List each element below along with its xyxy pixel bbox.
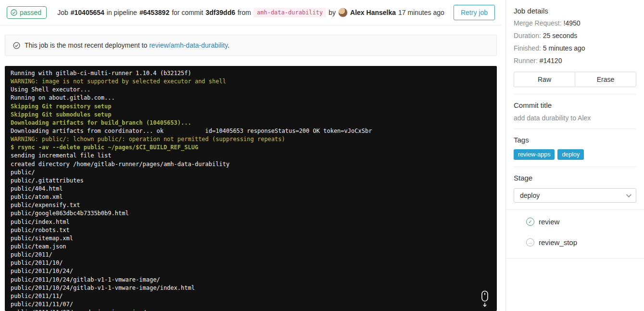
- chevron-down-icon: [626, 192, 631, 197]
- log-line: WARNING: image is not supported by selec…: [11, 78, 491, 86]
- by-word: by: [328, 9, 336, 16]
- log-line: public/404.html: [11, 185, 491, 193]
- log-line: public/.gitattributes: [11, 177, 491, 185]
- tags-list: review-apps deploy: [506, 144, 644, 160]
- stage-heading: Stage: [506, 167, 644, 182]
- log-line: Downloading artifacts from coordinator..…: [11, 127, 491, 135]
- log-line: Running on about.gitlab.com...: [11, 94, 491, 102]
- from-word: from: [238, 9, 251, 16]
- commit-sha-link[interactable]: 3df39dd6: [206, 9, 235, 16]
- log-line: Skipping Git submodules setup: [11, 111, 491, 119]
- log-line: public/2011/10/: [11, 259, 491, 267]
- tag-badge[interactable]: deploy: [557, 149, 584, 160]
- check-circle-icon: [13, 42, 20, 49]
- detail-label: Merge Request:: [514, 19, 562, 27]
- mouse-scroll-down-icon: [480, 290, 490, 308]
- log-line: public/: [11, 168, 491, 177]
- stage-select[interactable]: deploy: [514, 188, 636, 203]
- scroll-to-bottom-button[interactable]: [480, 290, 490, 309]
- retry-job-button[interactable]: Retry job: [454, 5, 495, 20]
- log-line: public/2011/11/: [11, 292, 491, 300]
- tag-badge[interactable]: review-apps: [514, 149, 555, 160]
- job-page-main: passed Job #10405654 in pipeline #645389…: [0, 0, 502, 311]
- build-trace-log[interactable]: Running with gitlab-ci-multi-runner 1.10…: [5, 66, 497, 311]
- job-detail-row: Merge Request: !4950: [506, 17, 644, 29]
- detail-label: Runner:: [514, 57, 538, 65]
- detail-label: Finished:: [514, 44, 541, 52]
- build-name: review_stop: [539, 238, 577, 246]
- log-line: Running with gitlab-ci-multi-runner 1.10…: [11, 69, 491, 78]
- branch-ref-badge[interactable]: amh-data-durability: [253, 8, 326, 17]
- log-line: Skipping Git repository setup: [11, 103, 491, 111]
- job-id: #10405654: [71, 9, 104, 16]
- job-detail-row: Duration: 25 seconds: [506, 29, 644, 42]
- status-badge[interactable]: passed: [7, 6, 47, 19]
- tags-heading: Tags: [506, 129, 644, 144]
- author-name[interactable]: Alex Hanselka: [350, 9, 396, 16]
- log-line: public/2011/: [11, 251, 491, 259]
- job-detail-row: Finished: 5 minutes ago: [506, 42, 644, 54]
- detail-value: !4950: [564, 19, 581, 27]
- build-item[interactable]: review_stop: [506, 231, 644, 251]
- job-word: Job: [57, 9, 68, 16]
- status-manual-icon: [526, 238, 534, 246]
- commit-title-heading: Commit title: [506, 94, 644, 109]
- detail-value: #14120: [540, 57, 562, 65]
- log-line: sending incremental file list: [11, 152, 491, 160]
- log-line: public/robots.txt: [11, 226, 491, 234]
- build-item[interactable]: review: [506, 210, 644, 231]
- log-line: public/2011/10/24/gitlab-v1-1-vmware-ima…: [11, 284, 491, 292]
- status-label: passed: [20, 9, 41, 16]
- log-line: public/atom.xml: [11, 193, 491, 201]
- log-line: public/google863dbc4b7335b0b9.html: [11, 209, 491, 218]
- in-pipeline-word: in pipeline: [107, 9, 137, 16]
- log-line: public/sitemap.xml: [11, 234, 491, 243]
- log-line: public/2011/11/07/new-design-is-coming/: [11, 309, 491, 311]
- job-summary: Job #10405654 in pipeline #6453892 for c…: [57, 8, 444, 17]
- build-name: review: [539, 218, 559, 226]
- notice-text: This job is the most recent deployment t…: [25, 41, 229, 49]
- stage-builds-list: review review_stop: [506, 210, 644, 251]
- job-sidebar: Job details Merge Request: !4950 Duratio…: [505, 0, 644, 311]
- detail-label: Duration:: [514, 32, 541, 39]
- log-line: public/team.json: [11, 243, 491, 251]
- log-line: $ rsync -av --delete public ~/pages/$CI_…: [11, 143, 491, 152]
- erase-button[interactable]: Erase: [575, 72, 636, 87]
- job-header: passed Job #10405654 in pipeline #645389…: [0, 0, 502, 26]
- raw-button[interactable]: Raw: [514, 72, 575, 87]
- job-detail-row: Runner: #14120: [506, 54, 644, 67]
- status-passed-icon: [526, 218, 534, 226]
- detail-value: 25 seconds: [543, 32, 578, 39]
- check-circle-icon: [11, 9, 17, 16]
- environment-link[interactable]: review/amh-data-durability: [149, 41, 227, 49]
- deployment-notice: This job is the most recent deployment t…: [5, 35, 497, 56]
- log-line: WARNING: public/: lchown public/: operat…: [11, 135, 491, 143]
- commit-title-text: add data durability to Alex: [506, 109, 644, 122]
- log-line: public/index.html: [11, 218, 491, 226]
- for-commit-word: for commit: [172, 9, 203, 16]
- detail-value: 5 minutes ago: [543, 44, 585, 52]
- sidebar-title: Job details: [506, 0, 644, 17]
- log-line: public/2011/10/24/gitlab-v1-1-vmware-ima…: [11, 276, 491, 284]
- log-line: public/2011/10/24/: [11, 267, 491, 275]
- log-line: Using Shell executor...: [11, 86, 491, 94]
- divider: [506, 258, 644, 259]
- log-line: public/2011/11/07/: [11, 300, 491, 309]
- trace-actions: Raw Erase: [514, 72, 636, 87]
- log-line: created directory /home/gitlab-runner/pa…: [11, 160, 491, 168]
- avatar[interactable]: [338, 8, 348, 17]
- time-ago: 17 minutes ago: [398, 9, 444, 16]
- pipeline-id-link[interactable]: #6453892: [139, 9, 169, 16]
- log-line: public/expensify.txt: [11, 201, 491, 209]
- stage-selected-value: deploy: [520, 192, 540, 199]
- log-line: Downloading artifacts for build_branch (…: [11, 119, 491, 127]
